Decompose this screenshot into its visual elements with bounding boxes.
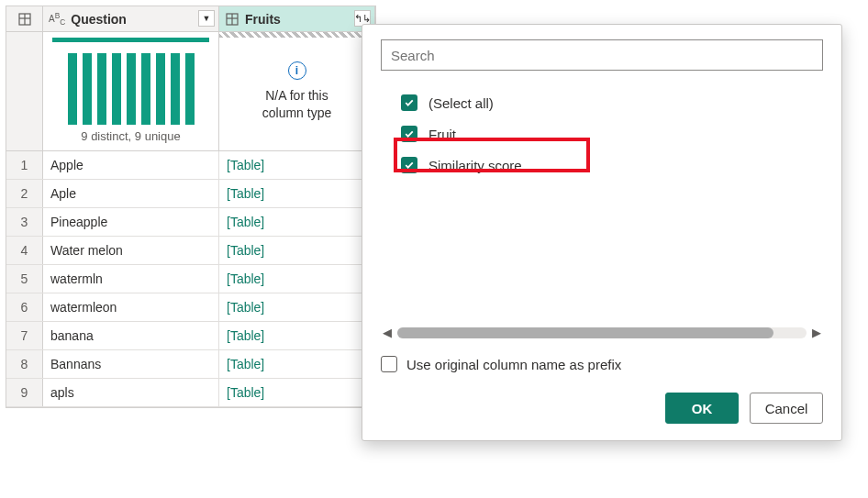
cell-fruits[interactable]: [Table] bbox=[219, 151, 375, 179]
cell-fruits[interactable]: [Table] bbox=[219, 350, 375, 378]
cell-question[interactable]: Water melon bbox=[43, 237, 219, 264]
search-input[interactable] bbox=[381, 39, 823, 71]
column-option[interactable]: Fruit bbox=[401, 118, 823, 149]
prefix-checkbox[interactable] bbox=[381, 356, 397, 372]
filter-dropdown-icon[interactable]: ▼ bbox=[198, 10, 215, 27]
column-header-fruits[interactable]: Fruits ↰↳ bbox=[219, 6, 375, 31]
column-header-label: Question bbox=[71, 12, 127, 27]
cell-fruits[interactable]: [Table] bbox=[219, 293, 375, 321]
cell-fruits[interactable]: [Table] bbox=[219, 322, 375, 349]
table-row[interactable]: 4Water melon[Table] bbox=[6, 237, 375, 265]
row-number: 5 bbox=[6, 265, 43, 293]
cell-question[interactable]: Bannans bbox=[43, 350, 219, 378]
table-icon bbox=[225, 12, 239, 27]
cell-fruits[interactable]: [Table] bbox=[219, 379, 375, 406]
checkbox-checked-icon[interactable] bbox=[401, 126, 417, 142]
column-option-label: Fruit bbox=[428, 127, 456, 142]
cell-question[interactable]: banana bbox=[43, 322, 219, 349]
table-row[interactable]: 9apls[Table] bbox=[6, 379, 375, 407]
row-number: 7 bbox=[6, 322, 43, 349]
ok-button[interactable]: OK bbox=[665, 393, 739, 424]
table-row[interactable]: 2Aple[Table] bbox=[6, 180, 375, 208]
distinct-summary: 9 distinct, 9 unique bbox=[81, 129, 180, 143]
cell-question[interactable]: apls bbox=[43, 379, 219, 406]
column-header-row: ABC Question ▼ Fruits ↰↳ bbox=[6, 6, 375, 32]
quality-bar bbox=[52, 38, 209, 42]
column-option-label: (Select all) bbox=[428, 95, 494, 111]
table-row[interactable]: 8Bannans[Table] bbox=[6, 350, 375, 379]
cell-fruits[interactable]: [Table] bbox=[219, 208, 375, 236]
row-number-spacer bbox=[6, 32, 43, 150]
table-row[interactable]: 5watermln[Table] bbox=[6, 265, 375, 293]
table-row[interactable]: 1Apple[Table] bbox=[6, 151, 375, 180]
row-number: 8 bbox=[6, 350, 43, 378]
cancel-button[interactable]: Cancel bbox=[750, 393, 823, 424]
info-icon: i bbox=[288, 61, 306, 80]
cell-question[interactable]: watermln bbox=[43, 265, 219, 293]
scroll-right-icon[interactable]: ▶ bbox=[810, 326, 823, 339]
row-number: 3 bbox=[6, 208, 43, 236]
row-number: 2 bbox=[6, 180, 43, 207]
scroll-left-icon[interactable]: ◀ bbox=[381, 326, 394, 339]
scroll-track[interactable] bbox=[397, 327, 807, 338]
row-number-header[interactable] bbox=[6, 6, 43, 31]
prefix-option-row[interactable]: Use original column name as prefix bbox=[381, 356, 823, 372]
cell-fruits[interactable]: [Table] bbox=[219, 237, 375, 264]
cell-question[interactable]: Pineapple bbox=[43, 208, 219, 236]
row-number: 1 bbox=[6, 151, 43, 179]
table-row[interactable]: 6watermleon[Table] bbox=[6, 293, 375, 322]
table-row[interactable]: 7banana[Table] bbox=[6, 322, 375, 350]
scroll-thumb[interactable] bbox=[397, 327, 773, 338]
cell-fruits[interactable]: [Table] bbox=[219, 265, 375, 293]
profile-na-text: N/A for this column type bbox=[262, 87, 331, 122]
column-profile-question[interactable]: 9 distinct, 9 unique bbox=[43, 32, 219, 150]
column-header-label: Fruits bbox=[245, 12, 281, 27]
data-rows: 1Apple[Table]2Aple[Table]3Pineapple[Tabl… bbox=[6, 151, 375, 407]
text-type-icon: ABC bbox=[49, 11, 65, 27]
column-options-list: (Select all)FruitSimilarity score bbox=[381, 87, 823, 322]
horizontal-scrollbar[interactable]: ◀ ▶ bbox=[381, 326, 823, 339]
row-number: 4 bbox=[6, 237, 43, 264]
distribution-bars bbox=[68, 53, 195, 125]
expand-columns-popup: (Select all)FruitSimilarity score ◀ ▶ Us… bbox=[362, 24, 842, 441]
column-option[interactable]: (Select all) bbox=[401, 87, 823, 118]
data-grid: ABC Question ▼ Fruits ↰↳ 9 distinct, 9 u… bbox=[6, 6, 376, 408]
column-profile-row: 9 distinct, 9 unique i N/A for this colu… bbox=[6, 32, 375, 151]
cell-question[interactable]: watermleon bbox=[43, 293, 219, 321]
column-option[interactable]: Similarity score bbox=[401, 149, 823, 181]
row-number: 6 bbox=[6, 293, 43, 321]
table-icon bbox=[17, 12, 32, 27]
checkbox-checked-icon[interactable] bbox=[401, 94, 417, 111]
column-option-label: Similarity score bbox=[428, 158, 522, 173]
cell-question[interactable]: Aple bbox=[43, 180, 219, 207]
column-header-question[interactable]: ABC Question ▼ bbox=[43, 6, 219, 31]
cell-question[interactable]: Apple bbox=[43, 151, 219, 179]
cell-fruits[interactable]: [Table] bbox=[219, 180, 375, 207]
dialog-buttons: OK Cancel bbox=[381, 393, 823, 424]
checkbox-checked-icon[interactable] bbox=[401, 157, 417, 173]
quality-bar-na bbox=[219, 32, 374, 38]
prefix-label: Use original column name as prefix bbox=[406, 357, 621, 372]
column-profile-fruits[interactable]: i N/A for this column type bbox=[219, 32, 375, 150]
row-number: 9 bbox=[6, 379, 43, 406]
table-row[interactable]: 3Pineapple[Table] bbox=[6, 208, 375, 237]
